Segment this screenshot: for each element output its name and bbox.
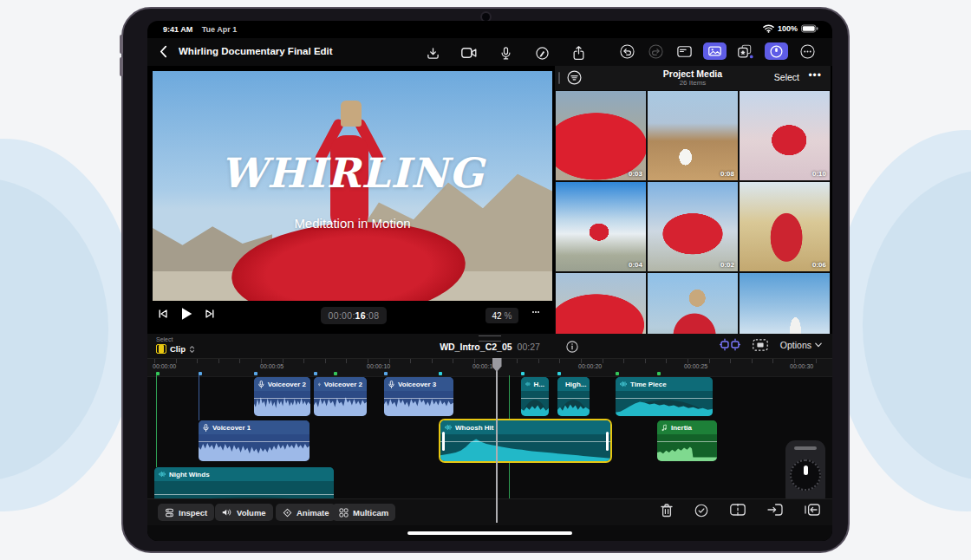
play-button[interactable] (180, 307, 193, 321)
media-thumbnail[interactable] (556, 273, 646, 334)
media-thumbnail[interactable]: 0:10 (740, 91, 830, 180)
clip-duration-badge: 0:03 (629, 170, 642, 178)
trim-handle-right[interactable] (606, 432, 609, 451)
ruler-label: 00:00:20 (578, 363, 602, 369)
delete-clip-button[interactable] (661, 504, 673, 518)
clip-duration-badge: 0:02 (720, 261, 734, 269)
home-indicator[interactable] (407, 531, 572, 535)
clip-label: Voiceover 2 (268, 381, 306, 388)
overlay-view-icon[interactable] (753, 339, 768, 351)
record-voiceover-button[interactable] (496, 44, 515, 62)
dancer-hat (341, 101, 362, 127)
timeline-clip[interactable]: Voiceover 1 (199, 420, 310, 461)
mic-icon (258, 381, 264, 388)
media-thumbnail[interactable]: 0:08 (648, 91, 738, 180)
media-select-button[interactable]: Select (774, 72, 799, 82)
timeline-clip[interactable]: H... (521, 377, 549, 416)
volume-down-button[interactable] (120, 57, 123, 76)
soundwave-icon (159, 471, 166, 478)
media-thumbnail[interactable]: 0:03 (556, 91, 646, 180)
clip-label: Voiceover 3 (398, 381, 436, 388)
titles-captions-button[interactable] (674, 42, 694, 60)
viewer-zoom-control[interactable]: 42% (486, 308, 518, 323)
append-clip-button[interactable] (805, 504, 820, 518)
pencil-tool-button[interactable] (532, 44, 551, 62)
inspect-button[interactable]: Inspect (158, 504, 214, 521)
undo-button[interactable] (617, 42, 636, 60)
insert-clip-button[interactable] (767, 504, 783, 518)
media-thumbnail[interactable]: 0:02 (648, 182, 738, 271)
volume-button[interactable]: Volume (215, 504, 273, 521)
media-thumbnail[interactable] (740, 273, 830, 334)
more-menu-button[interactable] (798, 42, 817, 60)
record-video-button[interactable] (459, 44, 479, 62)
clip-label: Inertia (671, 424, 692, 432)
viewer-more-button[interactable] (529, 305, 543, 319)
jog-dial[interactable] (790, 459, 821, 491)
title-overlay: WHIRLING (153, 149, 552, 197)
video-viewer[interactable]: WHIRLING Meditation in Motion (153, 71, 552, 301)
grid-icon (339, 508, 349, 518)
timeline-clip[interactable]: High... (557, 377, 590, 416)
ruler-label: 00:00:25 (684, 363, 707, 369)
ruler-label: 00:00:10 (367, 363, 390, 369)
status-time: 9:41 AM (163, 25, 192, 34)
timeline-clips-area[interactable]: Voiceover 2 Voiceover 2 Voiceover 3 H... (147, 375, 832, 498)
media-thumbnail[interactable] (648, 273, 738, 334)
screen: 9:41 AM Tue Apr 1 100% Whirling Document… (147, 21, 832, 541)
options-button[interactable]: Options (780, 340, 822, 350)
clip-label: Voiceover 2 (324, 381, 362, 388)
timeline-resize-grip[interactable] (479, 335, 501, 342)
next-frame-button[interactable] (205, 309, 215, 319)
split-clip-button[interactable] (730, 504, 746, 518)
trim-handle-left[interactable] (442, 432, 445, 451)
redo-button[interactable] (646, 42, 665, 60)
timeline-clip[interactable]: Voiceover 3 (384, 377, 453, 416)
music-note-icon (661, 424, 668, 432)
approve-clip-button[interactable] (694, 504, 708, 518)
timeline-clip[interactable]: Time Piece (616, 377, 713, 416)
mic-icon (318, 381, 321, 388)
battery-percent: 100% (778, 24, 798, 33)
soundwave-icon (525, 381, 531, 387)
timeline-clip-selected[interactable]: Whoosh Hit (439, 419, 612, 463)
timeline-clip[interactable]: Voiceover 2 (254, 377, 310, 416)
timeline-ruler[interactable]: 00:00:00 00:00:05 00:00:10 00:00:15 00:0… (147, 358, 832, 377)
transport-controls: 00:00:16:08 42% (147, 303, 552, 329)
jog-wheel-handle[interactable] (794, 446, 817, 450)
effects-button[interactable] (736, 42, 755, 60)
volume-up-button[interactable] (120, 35, 123, 54)
multicam-button[interactable]: Multicam (332, 504, 395, 521)
media-browser-button[interactable] (703, 42, 727, 60)
jog-pointer (804, 466, 808, 475)
timeline-clip[interactable]: Inertia (657, 420, 717, 461)
share-button[interactable] (569, 44, 588, 62)
media-thumbnail[interactable]: 0:06 (740, 182, 830, 271)
back-button[interactable] (160, 45, 167, 58)
playhead[interactable] (496, 358, 498, 523)
clip-duration-badge: 0:10 (812, 170, 826, 178)
ruler-label: 00:00:00 (153, 363, 176, 369)
import-media-button[interactable] (423, 44, 442, 62)
media-more-button[interactable]: ••• (808, 69, 822, 81)
jog-wheel-toggle-button[interactable] (765, 42, 788, 60)
mic-icon (203, 424, 209, 432)
clip-duration-badge: 0:04 (629, 261, 642, 269)
subtitle-overlay: Meditation in Motion (153, 216, 552, 231)
media-thumbnail[interactable]: 0:04 (556, 182, 646, 271)
project-title: Whirling Documentary Final Edit (179, 46, 333, 56)
mic-icon (388, 381, 394, 388)
animate-button[interactable]: Animate (276, 504, 336, 521)
connection-line (199, 375, 199, 420)
connect-clips-icon[interactable] (720, 338, 740, 351)
timeline-clip[interactable]: Voiceover 2 (314, 377, 367, 416)
timecode-display: 00:00:16:08 (321, 307, 387, 324)
timeline-clip[interactable]: Night Winds (154, 467, 334, 498)
clip-info-button[interactable] (566, 341, 578, 353)
edit-toolbar: Inspect Volume Animate Multicam (147, 498, 832, 525)
jog-wheel[interactable] (785, 440, 825, 498)
media-panel-header: Project Media 26 Items Select ••• (555, 66, 831, 90)
soundwave-icon (620, 381, 627, 387)
previous-frame-button[interactable] (158, 309, 168, 319)
selected-clip-duration: 00:27 (518, 342, 540, 352)
